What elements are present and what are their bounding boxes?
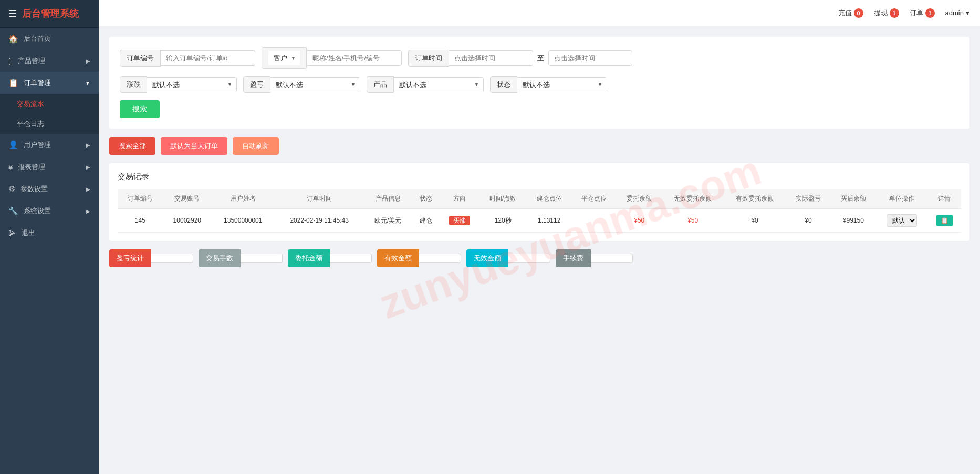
sidebar: ☰ 后台管理系统 🏠 后台首页 ₿ 产品管理 ▶ 📋 订单管理 ▼ 交易流水 平…: [0, 0, 99, 474]
chevron-right-icon: ▶: [86, 208, 90, 214]
filter-profit-loss: 盈亏 默认不选: [243, 76, 360, 93]
sidebar-item-label: 系统设置: [24, 206, 86, 216]
fee-summary-value: [591, 254, 633, 263]
main-content: 订单编号 客户: [99, 26, 980, 474]
withdraw-nav[interactable]: 提现 1: [874, 8, 899, 18]
rise-fall-label: 涨跌: [120, 76, 147, 93]
td-account: 10002920: [163, 209, 212, 233]
filter-product: 产品 默认不选: [367, 76, 484, 93]
search-button[interactable]: 搜索: [120, 100, 160, 118]
sidebar-subitem-close-log[interactable]: 平仓日志: [0, 114, 99, 134]
sidebar-item-dashboard[interactable]: 🏠 后台首页: [0, 28, 99, 50]
hamburger-icon[interactable]: ☰: [8, 8, 17, 19]
td-open-price: 1.13112: [527, 209, 572, 233]
direction-tag: 买涨: [449, 216, 470, 225]
td-unit-op[interactable]: 默认: [876, 209, 928, 233]
th-actual-profit: 实际盈亏: [786, 189, 831, 209]
product-select-wrapper: 默认不选: [394, 77, 484, 92]
order-time-label: 订单时间: [408, 50, 449, 67]
rise-fall-select[interactable]: 默认不选: [147, 78, 236, 92]
order-no-input[interactable]: [161, 50, 255, 66]
sidebar-item-product[interactable]: ₿ 产品管理 ▶: [0, 50, 99, 72]
entrust-summary-label: 委托金额: [288, 249, 330, 267]
td-valid-entrust: ¥0: [724, 209, 786, 233]
td-detail[interactable]: 📋: [928, 209, 961, 233]
sidebar-item-label: 用户管理: [24, 140, 86, 150]
table-card: 交易记录 订单编号 交易账号 用户姓名 订单时间 产品信息 状态 方向 时间/点…: [109, 163, 969, 241]
table-header-row: 订单编号 交易账号 用户姓名 订单时间 产品信息 状态 方向 时间/点数 建仓点…: [118, 189, 961, 209]
admin-label: admin: [945, 9, 964, 17]
sidebar-item-label: 后台首页: [24, 34, 90, 44]
status-select-wrapper: 默认不选: [517, 77, 607, 92]
valid-summary-label: 有效金额: [377, 249, 419, 267]
logout-icon: ⮚: [8, 229, 16, 238]
invalid-summary-value: [508, 254, 550, 263]
chevron-right-icon: ▶: [86, 142, 90, 148]
main-area: 充值 0 提现 1 订单 1 admin ▾ 订单编号: [99, 0, 980, 474]
th-order-time: 订单时间: [275, 189, 364, 209]
recharge-nav[interactable]: 充值 0: [838, 8, 863, 18]
customer-select-wrapper: 客户: [262, 47, 307, 69]
detail-button[interactable]: 📋: [936, 215, 953, 226]
th-open-price: 建仓点位: [527, 189, 572, 209]
sidebar-subitem-transaction[interactable]: 交易流水: [0, 94, 99, 114]
profit-loss-select[interactable]: 默认不选: [270, 78, 360, 92]
search-all-button[interactable]: 搜索全部: [109, 137, 155, 155]
entrust-summary-value: [330, 254, 372, 263]
product-label: 产品: [367, 76, 394, 93]
th-close-price: 平仓点位: [572, 189, 617, 209]
transaction-table: 订单编号 交易账号 用户姓名 订单时间 产品信息 状态 方向 时间/点数 建仓点…: [118, 189, 961, 233]
customer-select[interactable]: 客户: [268, 51, 300, 65]
status-select[interactable]: 默认不选: [517, 78, 607, 92]
rise-fall-select-wrapper: 默认不选: [147, 77, 237, 92]
sidebar-item-logout[interactable]: ⮚ 退出: [0, 222, 99, 244]
admin-menu[interactable]: admin ▾: [945, 9, 969, 17]
td-direction: 买涨: [440, 209, 479, 233]
sidebar-subitem-label: 平仓日志: [17, 119, 44, 129]
dropdown-arrow-icon: ▾: [966, 9, 969, 17]
sidebar-item-report[interactable]: ¥ 报表管理 ▶: [0, 156, 99, 178]
filter-row-1: 订单编号 客户: [120, 47, 959, 69]
sidebar-item-user[interactable]: 👤 用户管理 ▶: [0, 134, 99, 156]
table-title: 交易记录: [118, 172, 961, 182]
chevron-right-icon: ▶: [86, 164, 90, 170]
sidebar-item-label: 订单管理: [24, 78, 85, 88]
order-time-start[interactable]: [449, 50, 533, 66]
default-today-button[interactable]: 默认为当天订单: [161, 137, 227, 155]
product-icon: ₿: [8, 57, 13, 66]
chevron-down-icon: ▼: [85, 80, 90, 86]
params-icon: ⚙: [8, 184, 15, 194]
trade-hands-summary-value: [241, 254, 283, 263]
report-icon: ¥: [8, 163, 13, 172]
td-order-no: 145: [118, 209, 163, 233]
dashboard-icon: 🏠: [8, 34, 18, 44]
td-close-price: [572, 209, 617, 233]
unit-op-select[interactable]: 默认: [887, 214, 917, 227]
table-scroll[interactable]: 订单编号 交易账号 用户姓名 订单时间 产品信息 状态 方向 时间/点数 建仓点…: [118, 189, 961, 233]
action-row: 搜索全部 默认为当天订单 自动刷新: [109, 137, 969, 155]
th-detail: 详情: [928, 189, 961, 209]
customer-input[interactable]: [307, 50, 402, 66]
sidebar-item-params[interactable]: ⚙ 参数设置 ▶: [0, 178, 99, 200]
sidebar-item-order[interactable]: 📋 订单管理 ▼: [0, 72, 99, 94]
valid-summary-value: [419, 254, 461, 263]
th-username: 用户姓名: [212, 189, 275, 209]
auto-refresh-button[interactable]: 自动刷新: [233, 137, 279, 155]
th-time-points: 时间/点数: [479, 189, 527, 209]
th-order-no: 订单编号: [118, 189, 163, 209]
th-account: 交易账号: [163, 189, 212, 209]
summary-profit-loss: 盈亏统计: [109, 249, 193, 267]
sidebar-item-system[interactable]: 🔧 系统设置 ▶: [0, 200, 99, 222]
sidebar-item-label: 产品管理: [18, 56, 86, 66]
profit-loss-summary-value: [151, 254, 193, 263]
summary-valid: 有效金额: [377, 249, 461, 267]
product-select[interactable]: 默认不选: [394, 78, 483, 92]
sidebar-header: ☰ 后台管理系统: [0, 0, 99, 28]
sidebar-nav: 🏠 后台首页 ₿ 产品管理 ▶ 📋 订单管理 ▼ 交易流水 平仓日志 👤 用户管…: [0, 28, 99, 474]
profit-loss-label: 盈亏: [243, 76, 270, 93]
order-nav[interactable]: 订单 1: [910, 8, 935, 18]
order-time-end[interactable]: [548, 50, 632, 66]
customer-label: 客户: [262, 48, 307, 68]
th-product: 产品信息: [364, 189, 412, 209]
user-icon: 👤: [8, 140, 18, 150]
